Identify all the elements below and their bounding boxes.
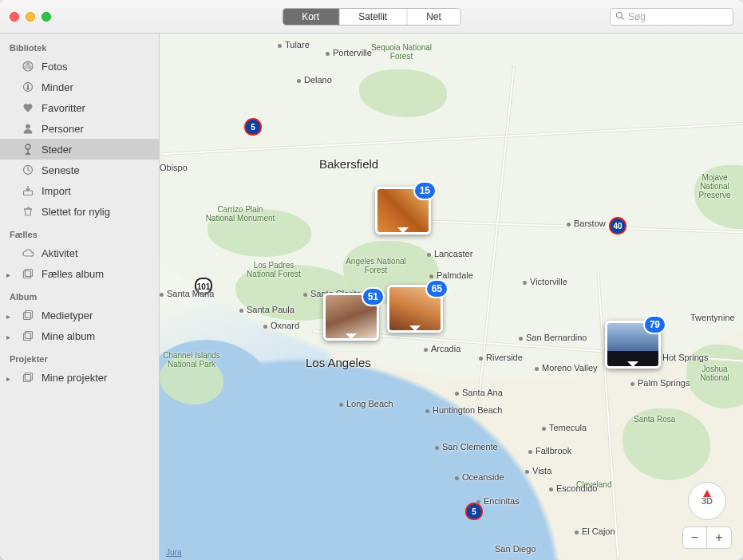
sidebar-item-recent[interactable]: Seneste [0, 160, 159, 180]
map-city-label: Temecula [542, 423, 587, 432]
map-city-label: Los Angeles [306, 356, 371, 369]
map-city-label: Encinitas [476, 496, 520, 506]
titlebar: Kort Satellit Net [0, 0, 743, 34]
viewmode-map-button[interactable]: Kort [283, 9, 339, 25]
sidebar-item-label: Mine album [41, 330, 95, 342]
sidebar-item-favorites[interactable]: Favoritter [0, 97, 159, 118]
heart-icon [21, 101, 35, 115]
cluster-count-badge: 15 [413, 181, 437, 200]
search-input[interactable] [628, 11, 728, 22]
map-park-label: Channel Islands National Park [160, 351, 227, 369]
map-city-label: San Bernardino [519, 333, 587, 342]
map-park-label: Carrizo Plain National Monument [204, 205, 276, 223]
zoom-out-button[interactable]: − [683, 527, 707, 548]
svg-rect-7 [27, 85, 28, 88]
map-attribution-link[interactable]: Jura [166, 548, 181, 557]
svg-point-5 [28, 65, 31, 69]
map-city-label: Huntington Beach [425, 405, 502, 415]
sidebar-section-projects: Projekter [0, 346, 159, 367]
sidebar-item-activity[interactable]: Aktivitet [0, 243, 159, 263]
map-park-label: Mojave National Preserve [686, 173, 743, 199]
cloud-icon [21, 246, 35, 260]
map-city-label: Fallbrook [528, 446, 571, 455]
zoom-control: − + [682, 526, 732, 549]
albums-icon [21, 370, 35, 385]
svg-rect-15 [24, 271, 31, 278]
sidebar-item-label: Steder [41, 144, 72, 156]
svg-rect-22 [26, 373, 33, 381]
app-window: Kort Satellit Net Bibliotek Fotos Minder [0, 0, 743, 560]
sidebar-item-myprojects[interactable]: Mine projekter [0, 367, 159, 388]
cluster-count-badge: 51 [362, 287, 385, 306]
viewmode-segmented-control: Kort Satellit Net [282, 8, 461, 26]
zoom-in-button[interactable]: + [707, 527, 731, 548]
disclosure-triangle-icon[interactable] [6, 330, 14, 342]
sidebar-item-places[interactable]: Steder [0, 139, 159, 160]
svg-rect-21 [24, 375, 31, 382]
sidebar-item-label: Aktivitet [41, 247, 78, 259]
svg-marker-8 [27, 89, 30, 91]
photo-cluster[interactable]: 79 [605, 321, 661, 369]
clock-icon [21, 163, 35, 177]
map-city-label: Bakersfield [319, 157, 378, 171]
pin-icon [21, 142, 35, 156]
svg-rect-17 [24, 313, 31, 320]
viewmode-satellite-button[interactable]: Satellit [339, 9, 407, 25]
close-window-button[interactable] [10, 12, 19, 22]
person-icon [21, 121, 35, 136]
sidebar-item-label: Fotos [41, 61, 68, 73]
sidebar-item-photos[interactable]: Fotos [0, 56, 159, 77]
fullscreen-window-button[interactable] [41, 12, 51, 22]
map-view[interactable]: 5 40 101 5 Sequoia National Forest Carri… [160, 34, 743, 560]
sidebar-item-deleted[interactable]: Slettet for nylig [0, 201, 159, 222]
map-city-label: Lancaster [427, 249, 472, 258]
map-city-label: Twentynine [690, 313, 735, 322]
sidebar-item-shared-albums[interactable]: Fælles album [0, 263, 159, 284]
svg-rect-19 [24, 333, 31, 341]
sidebar-item-label: Medietyper [41, 310, 93, 321]
minimize-window-button[interactable] [26, 12, 35, 22]
map-city-label: Santa Ana [455, 388, 503, 397]
disclosure-triangle-icon[interactable] [6, 268, 14, 280]
svg-rect-20 [26, 332, 33, 339]
sidebar-item-label: Import [41, 185, 71, 197]
map-park-label: Santa Rosa [634, 415, 675, 424]
sidebar-item-people[interactable]: Personer [0, 118, 159, 139]
map-park-label: Angeles National Forest [340, 257, 412, 274]
svg-point-9 [26, 124, 30, 128]
trash-icon [21, 204, 35, 219]
sidebar-item-import[interactable]: Import [0, 180, 159, 201]
svg-rect-16 [26, 270, 33, 277]
map-city-label: Moreno Valley [535, 363, 598, 373]
map-city-label: Santa Maria [160, 289, 214, 298]
content-body: Bibliotek Fotos Minder Favoritter Person… [0, 34, 743, 560]
sidebar-section-shared: Fælles [0, 222, 159, 243]
map-city-label: El Cajon [575, 526, 615, 536]
albums-icon [21, 266, 35, 281]
photo-cluster[interactable]: 51 [323, 293, 379, 341]
map-city-label: Delano [297, 75, 332, 85]
window-controls [10, 12, 51, 22]
photos-icon [21, 59, 35, 73]
disclosure-triangle-icon[interactable] [6, 372, 14, 384]
sidebar-item-myalbums[interactable]: Mine album [0, 325, 159, 346]
map-city-label: Victorville [523, 277, 567, 286]
sidebar-item-label: Favoritter [41, 102, 85, 114]
photo-cluster[interactable]: 15 [375, 187, 431, 235]
map-controls: 3D − + [682, 482, 732, 549]
cluster-count-badge: 65 [425, 279, 449, 298]
compass-3d-button[interactable]: 3D [688, 482, 726, 520]
sidebar-item-memories[interactable]: Minder [0, 77, 159, 97]
map-city-label: Hot Springs [662, 353, 708, 362]
map-city-label: Palm Springs [630, 378, 690, 388]
svg-line-1 [622, 17, 624, 19]
map-city-label: Oceanside [455, 472, 504, 482]
search-field[interactable] [610, 8, 733, 26]
viewmode-grid-button[interactable]: Net [407, 9, 460, 25]
cluster-count-badge: 79 [643, 315, 666, 334]
sidebar-item-label: Seneste [41, 164, 80, 176]
disclosure-triangle-icon[interactable] [6, 310, 14, 321]
sidebar-item-mediatypes[interactable]: Medietyper [0, 305, 159, 325]
svg-point-0 [617, 12, 622, 18]
photo-cluster[interactable]: 65 [387, 285, 443, 333]
